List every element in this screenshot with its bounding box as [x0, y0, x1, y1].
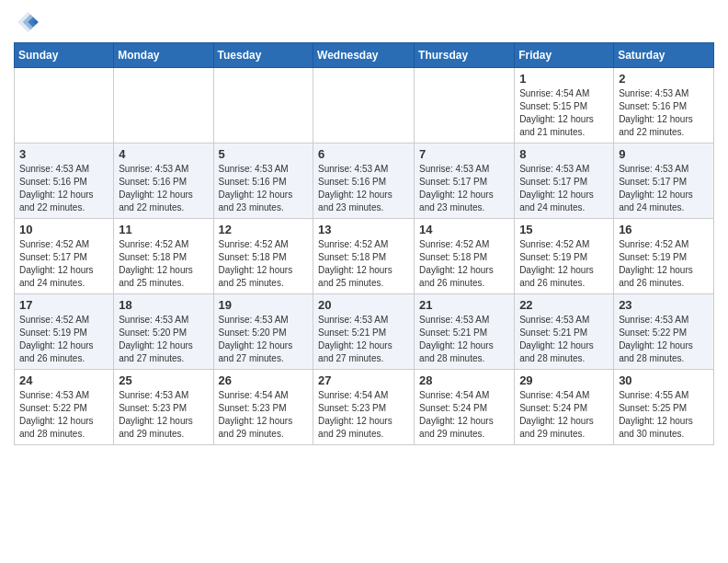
day-info: Sunrise: 4:52 AM Sunset: 5:18 PM Dayligh…: [318, 238, 409, 290]
calendar-cell: 1Sunrise: 4:54 AM Sunset: 5:15 PM Daylig…: [515, 68, 614, 144]
calendar-cell: 19Sunrise: 4:53 AM Sunset: 5:20 PM Dayli…: [213, 294, 313, 370]
calendar-cell: 8Sunrise: 4:53 AM Sunset: 5:17 PM Daylig…: [515, 144, 614, 219]
day-info: Sunrise: 4:52 AM Sunset: 5:18 PM Dayligh…: [119, 238, 208, 290]
day-number: 5: [219, 147, 309, 161]
weekday-header-friday: Friday: [515, 43, 614, 68]
day-number: 9: [619, 147, 709, 161]
week-row-3: 17Sunrise: 4:52 AM Sunset: 5:19 PM Dayli…: [15, 294, 714, 370]
day-info: Sunrise: 4:54 AM Sunset: 5:24 PM Dayligh…: [519, 389, 609, 441]
day-info: Sunrise: 4:53 AM Sunset: 5:16 PM Dayligh…: [119, 163, 208, 214]
calendar-cell: 11Sunrise: 4:52 AM Sunset: 5:18 PM Dayli…: [114, 219, 213, 294]
day-number: 1: [519, 72, 609, 86]
calendar-cell: 18Sunrise: 4:53 AM Sunset: 5:20 PM Dayli…: [114, 294, 213, 370]
calendar-table: SundayMondayTuesdayWednesdayThursdayFrid…: [14, 42, 714, 445]
calendar-cell: 17Sunrise: 4:52 AM Sunset: 5:19 PM Dayli…: [15, 294, 114, 370]
calendar-cell: 5Sunrise: 4:53 AM Sunset: 5:16 PM Daylig…: [213, 144, 313, 219]
calendar-cell: 12Sunrise: 4:52 AM Sunset: 5:18 PM Dayli…: [213, 219, 313, 294]
day-info: Sunrise: 4:53 AM Sunset: 5:16 PM Dayligh…: [619, 87, 709, 139]
calendar-cell: 3Sunrise: 4:53 AM Sunset: 5:16 PM Daylig…: [15, 144, 114, 219]
day-number: 16: [619, 223, 709, 236]
day-info: Sunrise: 4:53 AM Sunset: 5:23 PM Dayligh…: [119, 389, 208, 441]
calendar-cell: 9Sunrise: 4:53 AM Sunset: 5:17 PM Daylig…: [614, 144, 714, 219]
week-row-0: 1Sunrise: 4:54 AM Sunset: 5:15 PM Daylig…: [15, 68, 714, 144]
day-info: Sunrise: 4:53 AM Sunset: 5:17 PM Dayligh…: [419, 163, 509, 214]
day-number: 8: [519, 147, 609, 161]
day-number: 2: [619, 72, 709, 86]
day-info: Sunrise: 4:52 AM Sunset: 5:19 PM Dayligh…: [519, 238, 609, 290]
calendar-cell: 30Sunrise: 4:55 AM Sunset: 5:25 PM Dayli…: [614, 370, 714, 445]
calendar-cell: [313, 68, 415, 144]
day-info: Sunrise: 4:53 AM Sunset: 5:21 PM Dayligh…: [519, 314, 609, 365]
calendar-cell: 28Sunrise: 4:54 AM Sunset: 5:24 PM Dayli…: [415, 370, 515, 445]
calendar-cell: 4Sunrise: 4:53 AM Sunset: 5:16 PM Daylig…: [114, 144, 213, 219]
calendar-cell: 20Sunrise: 4:53 AM Sunset: 5:21 PM Dayli…: [313, 294, 415, 370]
day-number: 24: [19, 373, 108, 387]
day-info: Sunrise: 4:52 AM Sunset: 5:19 PM Dayligh…: [19, 314, 108, 365]
day-info: Sunrise: 4:53 AM Sunset: 5:20 PM Dayligh…: [219, 314, 309, 365]
day-info: Sunrise: 4:53 AM Sunset: 5:20 PM Dayligh…: [119, 314, 208, 365]
calendar-cell: 14Sunrise: 4:52 AM Sunset: 5:18 PM Dayli…: [415, 219, 515, 294]
day-number: 26: [219, 373, 309, 387]
calendar-cell: 26Sunrise: 4:54 AM Sunset: 5:23 PM Dayli…: [213, 370, 313, 445]
weekday-header-thursday: Thursday: [415, 43, 515, 68]
day-number: 11: [119, 223, 208, 236]
day-info: Sunrise: 4:53 AM Sunset: 5:21 PM Dayligh…: [419, 314, 509, 365]
logo-icon: [14, 9, 40, 35]
day-number: 6: [318, 147, 409, 161]
day-number: 20: [318, 298, 409, 312]
calendar-cell: [213, 68, 313, 144]
page: SundayMondayTuesdayWednesdayThursdayFrid…: [0, 0, 728, 563]
day-info: Sunrise: 4:54 AM Sunset: 5:23 PM Dayligh…: [219, 389, 309, 441]
day-info: Sunrise: 4:53 AM Sunset: 5:22 PM Dayligh…: [19, 389, 108, 441]
day-number: 17: [19, 298, 108, 312]
day-number: 15: [519, 223, 609, 236]
day-info: Sunrise: 4:54 AM Sunset: 5:23 PM Dayligh…: [318, 389, 409, 441]
calendar-cell: 6Sunrise: 4:53 AM Sunset: 5:16 PM Daylig…: [313, 144, 415, 219]
calendar-cell: 10Sunrise: 4:52 AM Sunset: 5:17 PM Dayli…: [15, 219, 114, 294]
day-info: Sunrise: 4:52 AM Sunset: 5:18 PM Dayligh…: [219, 238, 309, 290]
day-info: Sunrise: 4:53 AM Sunset: 5:16 PM Dayligh…: [219, 163, 309, 214]
day-number: 21: [419, 298, 509, 312]
day-info: Sunrise: 4:54 AM Sunset: 5:15 PM Dayligh…: [519, 87, 609, 139]
calendar-cell: 22Sunrise: 4:53 AM Sunset: 5:21 PM Dayli…: [515, 294, 614, 370]
day-number: 12: [219, 223, 309, 236]
weekday-header-row: SundayMondayTuesdayWednesdayThursdayFrid…: [15, 43, 714, 68]
day-info: Sunrise: 4:53 AM Sunset: 5:21 PM Dayligh…: [318, 314, 409, 365]
day-number: 10: [19, 223, 108, 236]
day-number: 27: [318, 373, 409, 387]
day-info: Sunrise: 4:53 AM Sunset: 5:16 PM Dayligh…: [19, 163, 108, 214]
calendar-cell: 23Sunrise: 4:53 AM Sunset: 5:22 PM Dayli…: [614, 294, 714, 370]
day-number: 28: [419, 373, 509, 387]
calendar-cell: 25Sunrise: 4:53 AM Sunset: 5:23 PM Dayli…: [114, 370, 213, 445]
weekday-header-wednesday: Wednesday: [313, 43, 415, 68]
day-number: 3: [19, 147, 108, 161]
header: [14, 9, 714, 35]
day-number: 18: [119, 298, 208, 312]
calendar-cell: [15, 68, 114, 144]
day-info: Sunrise: 4:53 AM Sunset: 5:17 PM Dayligh…: [619, 163, 709, 214]
calendar-cell: 2Sunrise: 4:53 AM Sunset: 5:16 PM Daylig…: [614, 68, 714, 144]
day-number: 23: [619, 298, 709, 312]
day-number: 14: [419, 223, 509, 236]
day-info: Sunrise: 4:52 AM Sunset: 5:18 PM Dayligh…: [419, 238, 509, 290]
calendar-cell: 16Sunrise: 4:52 AM Sunset: 5:19 PM Dayli…: [614, 219, 714, 294]
week-row-2: 10Sunrise: 4:52 AM Sunset: 5:17 PM Dayli…: [15, 219, 714, 294]
day-info: Sunrise: 4:53 AM Sunset: 5:16 PM Dayligh…: [318, 163, 409, 214]
calendar-cell: [114, 68, 213, 144]
calendar-cell: 7Sunrise: 4:53 AM Sunset: 5:17 PM Daylig…: [415, 144, 515, 219]
day-info: Sunrise: 4:54 AM Sunset: 5:24 PM Dayligh…: [419, 389, 509, 441]
day-info: Sunrise: 4:52 AM Sunset: 5:17 PM Dayligh…: [19, 238, 108, 290]
day-number: 30: [619, 373, 709, 387]
day-info: Sunrise: 4:53 AM Sunset: 5:17 PM Dayligh…: [519, 163, 609, 214]
day-number: 25: [119, 373, 208, 387]
calendar-cell: 15Sunrise: 4:52 AM Sunset: 5:19 PM Dayli…: [515, 219, 614, 294]
weekday-header-saturday: Saturday: [614, 43, 714, 68]
calendar-cell: 21Sunrise: 4:53 AM Sunset: 5:21 PM Dayli…: [415, 294, 515, 370]
week-row-1: 3Sunrise: 4:53 AM Sunset: 5:16 PM Daylig…: [15, 144, 714, 219]
day-info: Sunrise: 4:53 AM Sunset: 5:22 PM Dayligh…: [619, 314, 709, 365]
day-info: Sunrise: 4:55 AM Sunset: 5:25 PM Dayligh…: [619, 389, 709, 441]
logo: [14, 9, 43, 35]
day-info: Sunrise: 4:52 AM Sunset: 5:19 PM Dayligh…: [619, 238, 709, 290]
calendar-cell: 13Sunrise: 4:52 AM Sunset: 5:18 PM Dayli…: [313, 219, 415, 294]
calendar-cell: 27Sunrise: 4:54 AM Sunset: 5:23 PM Dayli…: [313, 370, 415, 445]
